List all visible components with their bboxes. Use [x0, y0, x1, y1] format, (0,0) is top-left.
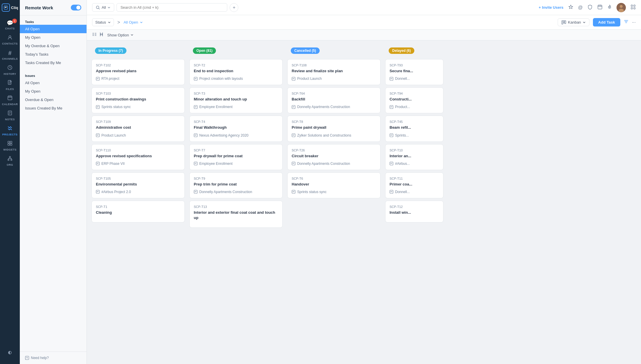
task-project: RTA project: [96, 77, 180, 81]
task-card[interactable]: SCP-T93Secure fina...Donnell...: [385, 59, 443, 85]
task-card[interactable]: SCP-T94Constructi...Product...: [385, 87, 443, 113]
task-card[interactable]: SCP-T109Administrative costProduct Launc…: [91, 116, 185, 142]
sidebar-item-widgets[interactable]: WIDGETS: [0, 138, 20, 153]
column-badge-delayed: Delayed (6): [389, 47, 414, 54]
add-task-button[interactable]: Add Task: [593, 18, 620, 26]
flame-icon[interactable]: [607, 4, 612, 11]
project-name: Donnell...: [395, 77, 410, 81]
project-icon: [292, 133, 295, 137]
shield-icon[interactable]: [587, 4, 593, 11]
sidebar-item-history[interactable]: HISTORY: [0, 63, 20, 78]
nav-item-my-open[interactable]: My Open: [20, 33, 87, 42]
invite-users-button[interactable]: + Invite Users: [539, 5, 563, 10]
expand-columns-icon[interactable]: [92, 32, 97, 38]
filter-icon[interactable]: [624, 20, 628, 25]
task-card[interactable]: SCP-T11Primer coa...Donnell...: [385, 172, 443, 198]
task-title: Install win...: [390, 210, 439, 215]
sidebar-item-org[interactable]: ORG: [0, 153, 20, 169]
task-card[interactable]: SCP-T26Circuit breakerDonnelly Apartment…: [287, 144, 381, 170]
sidebar-item-projects[interactable]: PROJECTS: [0, 123, 20, 138]
task-id: SCP-T102: [96, 63, 180, 67]
task-card[interactable]: SCP-T7Prep drywall for prime coatEmploye…: [189, 144, 283, 170]
calendar-icon: [7, 95, 13, 102]
nav-item-issues-all-open[interactable]: All Open: [20, 79, 87, 87]
task-card[interactable]: SCP-T13Interior and exterior final coat …: [189, 201, 283, 228]
task-title: Backfill: [292, 97, 376, 102]
chats-badge: 2: [12, 19, 17, 23]
task-id: SCP-T2: [194, 63, 278, 67]
task-card[interactable]: SCP-T12Install win...: [385, 201, 443, 222]
widgets-icon: [7, 141, 13, 147]
calendar-top-icon[interactable]: [597, 4, 603, 11]
task-project: Donnelly Apartments Construction: [194, 190, 278, 194]
task-card[interactable]: SCP-T110Approve revised specificationsER…: [91, 144, 185, 170]
task-card[interactable]: SCP-T4Final WalkthroughNexus Advertising…: [189, 116, 283, 142]
grid-icon[interactable]: [631, 4, 636, 11]
sidebar-item-channels[interactable]: # CHANNELS: [0, 47, 20, 63]
nav-item-issues-overdue[interactable]: Overdue & Open: [20, 96, 87, 104]
theme-toggle-icon[interactable]: [7, 349, 13, 357]
task-card[interactable]: SCP-T3Minor alteration and touch upEmplo…: [189, 87, 283, 113]
sidebar-item-contacts[interactable]: CONTACTS: [0, 32, 20, 47]
task-card[interactable]: SCP-T103Print construction drawingsSprin…: [91, 87, 185, 113]
kanban-column-in-progress: In Progress (7)SCP-T102Approve revised p…: [91, 45, 185, 359]
task-project: Sprints status sync: [292, 190, 376, 194]
project-name: Product...: [395, 105, 410, 109]
project-icon: [194, 105, 198, 109]
task-card[interactable]: SCP-T10Interior an...#Airbus...: [385, 144, 443, 170]
mention-icon[interactable]: @: [578, 5, 583, 10]
nav-item-issues-by-me[interactable]: Issues Created By Me: [20, 104, 87, 112]
collapse-columns-icon[interactable]: [99, 32, 104, 38]
user-avatar[interactable]: [617, 3, 626, 12]
task-title: Prime paint drywall: [292, 125, 376, 130]
task-project: Donnell...: [390, 190, 439, 194]
workspace-title: Remote Work: [25, 5, 53, 10]
status-filter-button[interactable]: Status: [92, 18, 114, 26]
kanban-chevron-icon: [583, 21, 586, 24]
task-id: SCP-T45: [390, 120, 439, 123]
task-title: Interior and exterior final coat coat an…: [194, 210, 278, 220]
nav-item-my-overdue[interactable]: My Overdue & Open: [20, 42, 87, 50]
task-card[interactable]: SCP-T64BackfillDonnelly Apartments Const…: [287, 87, 381, 113]
nav-item-todays-tasks[interactable]: Today's Tasks: [20, 50, 87, 59]
kanban-column-cancelled: Cancelled (5)SCP-T108Review and finalize…: [287, 45, 381, 359]
sidebar-item-chats[interactable]: 2 💬 CHATS: [0, 17, 20, 32]
nav-help-button[interactable]: Need help?: [20, 351, 87, 364]
task-card[interactable]: SCP-T108Review and finalize site planPro…: [287, 59, 381, 85]
task-card[interactable]: SCP-T45Beam refil...Sprints...: [385, 116, 443, 142]
nav-item-all-open[interactable]: All Open: [20, 25, 87, 33]
org-icon: [7, 156, 13, 162]
workspace-toggle[interactable]: [71, 5, 81, 10]
task-card[interactable]: SCP-T1Cleaning: [91, 201, 185, 222]
search-scope-dropdown[interactable]: All: [92, 3, 114, 12]
project-name: Nexus Advertising Agency 2020: [199, 133, 249, 137]
task-card[interactable]: SCP-T6HandoverSprints status sync: [287, 172, 381, 198]
task-project: Sprints...: [390, 133, 439, 137]
kanban-board: In Progress (7)SCP-T102Approve revised p…: [87, 40, 641, 364]
add-button[interactable]: +: [230, 3, 238, 12]
task-card[interactable]: SCP-T102Approve revised plansRTA project: [91, 59, 185, 85]
project-icon: [390, 77, 393, 81]
project-name: Product Launch: [297, 77, 322, 81]
task-card[interactable]: SCP-T9Prep trim for prime coatDonnelly A…: [189, 172, 283, 198]
sidebar-item-files[interactable]: FILES: [0, 78, 20, 93]
all-open-filter-button[interactable]: All Open: [124, 20, 143, 24]
more-options-icon[interactable]: ···: [632, 20, 636, 25]
show-option-button[interactable]: Show Option: [107, 33, 133, 37]
project-name: Sprints status sync: [297, 190, 327, 194]
task-id: SCP-T1: [96, 205, 180, 208]
nav-item-tasks-by-me[interactable]: Tasks Created By Me: [20, 59, 87, 67]
sidebar-item-calendar[interactable]: CALENDAR: [0, 93, 20, 108]
star-icon[interactable]: [568, 4, 573, 11]
search-input[interactable]: [117, 3, 227, 12]
task-title: End to end inspection: [194, 68, 278, 74]
task-card[interactable]: SCP-T8Prime paint drywallZylker Solution…: [287, 116, 381, 142]
nav-item-issues-my-open[interactable]: My Open: [20, 87, 87, 96]
project-icon: [96, 162, 100, 165]
task-card[interactable]: SCP-T105Environmental permits#Airbus Pro…: [91, 172, 185, 198]
task-card[interactable]: SCP-T2End to end inspectionProject creat…: [189, 59, 283, 85]
column-cards-in-progress: SCP-T102Approve revised plansRTA project…: [91, 59, 185, 359]
sidebar-item-notes[interactable]: NOTES: [0, 108, 20, 123]
notes-label: NOTES: [5, 118, 15, 121]
kanban-view-button[interactable]: Kanban: [558, 18, 589, 26]
